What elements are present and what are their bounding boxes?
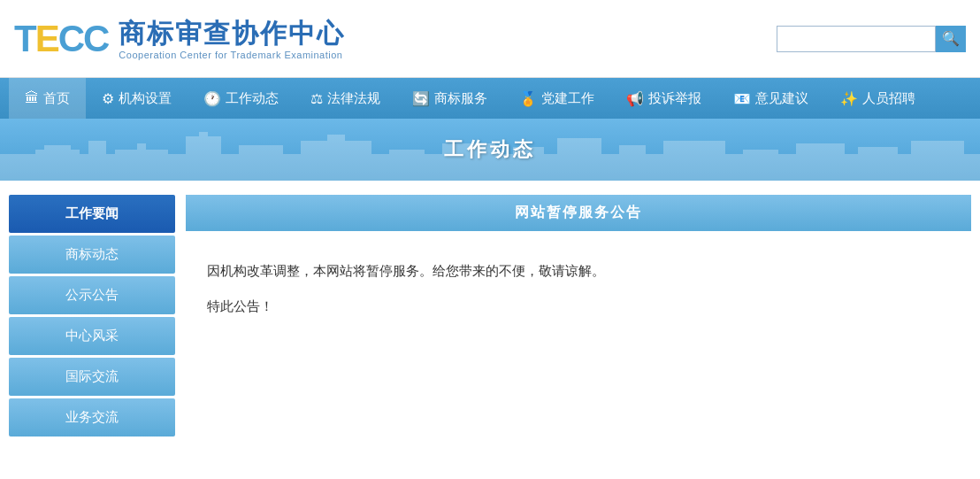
svg-rect-6: [186, 136, 221, 181]
complaint-icon: 📢: [626, 90, 644, 107]
notice-body: 因机构改革调整，本网站将暂停服务。给您带来的不便，敬请谅解。 特此公告！: [186, 249, 971, 337]
search-input[interactable]: [777, 26, 936, 52]
svg-rect-3: [88, 141, 106, 181]
search-area: 🔍: [777, 26, 966, 52]
svg-rect-20: [911, 141, 964, 181]
logo-letter-c2: C: [83, 18, 108, 60]
sidebar: 工作要闻 商标动态 公示公告 中心风采 国际交流 业务交流: [9, 195, 175, 460]
search-icon: 🔍: [942, 30, 960, 47]
sidebar-item-trademark-news[interactable]: 商标动态: [9, 236, 175, 274]
logo-chinese: 商标审查协作中心: [119, 18, 345, 50]
logo-area: TECC 商标审查协作中心 Cooperation Center for Tra…: [14, 18, 345, 60]
nav-item-service[interactable]: 🔄 商标服务: [396, 78, 503, 119]
logo-letter-c1: C: [58, 18, 83, 60]
recruit-icon: ✨: [840, 90, 858, 107]
svg-rect-14: [557, 138, 601, 181]
notice-header: 网站暂停服务公告: [186, 195, 971, 231]
logo-letter-e: E: [35, 18, 58, 60]
nav-item-recruit[interactable]: ✨ 人员招聘: [824, 78, 931, 119]
tecc-logo: TECC: [14, 18, 108, 60]
sidebar-label-intl-exchange: 国际交流: [65, 368, 119, 383]
nav-label-home: 首页: [43, 90, 70, 107]
nav-label-law: 法律法规: [327, 90, 380, 107]
org-icon: ⚙: [102, 90, 114, 107]
svg-rect-4: [115, 150, 168, 181]
svg-rect-15: [619, 145, 646, 181]
nav-item-home[interactable]: 🏛 首页: [9, 78, 86, 119]
svg-rect-11: [389, 150, 425, 181]
svg-rect-19: [858, 147, 898, 181]
sidebar-item-intl-exchange[interactable]: 国际交流: [9, 358, 175, 396]
nav-label-recruit: 人员招聘: [862, 90, 915, 107]
logo-text-area: 商标审查协作中心 Cooperation Center for Trademar…: [119, 18, 345, 60]
party-icon: 🏅: [519, 90, 537, 107]
svg-rect-18: [796, 143, 845, 181]
sidebar-label-center-style: 中心风采: [65, 328, 119, 343]
feedback-icon: 📧: [733, 90, 751, 107]
law-icon: ⚖: [310, 90, 323, 107]
sidebar-label-public-notice: 公示公告: [65, 287, 119, 302]
svg-rect-9: [301, 141, 371, 181]
nav-item-party[interactable]: 🏅 党建工作: [503, 78, 610, 119]
sidebar-item-public-notice[interactable]: 公示公告: [9, 276, 175, 314]
banner-title: 工作动态: [444, 136, 536, 163]
svg-rect-16: [663, 141, 725, 181]
nav-label-feedback: 意见建议: [755, 90, 808, 107]
nav-label-service: 商标服务: [434, 90, 487, 107]
main-content: 工作要闻 商标动态 公示公告 中心风采 国际交流 业务交流 网站暂停服务公告 因…: [0, 181, 980, 475]
sidebar-item-center-style[interactable]: 中心风采: [9, 317, 175, 355]
search-button[interactable]: 🔍: [936, 26, 966, 52]
svg-rect-17: [743, 150, 778, 181]
news-icon: 🕐: [203, 90, 221, 107]
nav-item-feedback[interactable]: 📧 意见建议: [717, 78, 824, 119]
svg-rect-5: [137, 143, 146, 150]
nav-label-news: 工作动态: [226, 90, 279, 107]
nav-label-party: 党建工作: [541, 90, 594, 107]
notice-line2: 特此公告！: [207, 293, 950, 320]
notice-line1: 因机构改革调整，本网站将暂停服务。给您带来的不便，敬请谅解。: [207, 258, 950, 284]
svg-rect-2: [35, 150, 80, 154]
svg-rect-7: [199, 132, 208, 136]
sidebar-label-work-news: 工作要闻: [65, 205, 119, 220]
nav-item-complaint[interactable]: 📢 投诉举报: [610, 78, 717, 119]
sidebar-item-business-exchange[interactable]: 业务交流: [9, 398, 175, 437]
svg-rect-10: [327, 135, 345, 141]
page-header: TECC 商标审查协作中心 Cooperation Center for Tra…: [0, 0, 980, 78]
svg-rect-8: [239, 145, 283, 181]
sidebar-label-trademark-news: 商标动态: [65, 246, 119, 261]
home-icon: 🏛: [25, 90, 39, 106]
nav-label-org: 机构设置: [119, 90, 172, 107]
sidebar-item-work-news[interactable]: 工作要闻: [9, 195, 175, 233]
content-area: 网站暂停服务公告 因机构改革调整，本网站将暂停服务。给您带来的不便，敬请谅解。 …: [186, 195, 971, 460]
main-navbar: 🏛 首页 ⚙ 机构设置 🕐 工作动态 ⚖ 法律法规 🔄 商标服务 🏅 党建工作 …: [0, 78, 980, 119]
page-banner: 工作动态: [0, 119, 980, 181]
sidebar-label-business-exchange: 业务交流: [65, 409, 119, 424]
logo-english: Cooperation Center for Trademark Examina…: [119, 50, 345, 60]
nav-label-complaint: 投诉举报: [648, 90, 701, 107]
nav-item-news[interactable]: 🕐 工作动态: [188, 78, 295, 119]
nav-item-law[interactable]: ⚖ 法律法规: [295, 78, 396, 119]
service-icon: 🔄: [412, 90, 430, 107]
logo-letter-t: T: [14, 18, 35, 60]
nav-item-org[interactable]: ⚙ 机构设置: [86, 78, 188, 119]
